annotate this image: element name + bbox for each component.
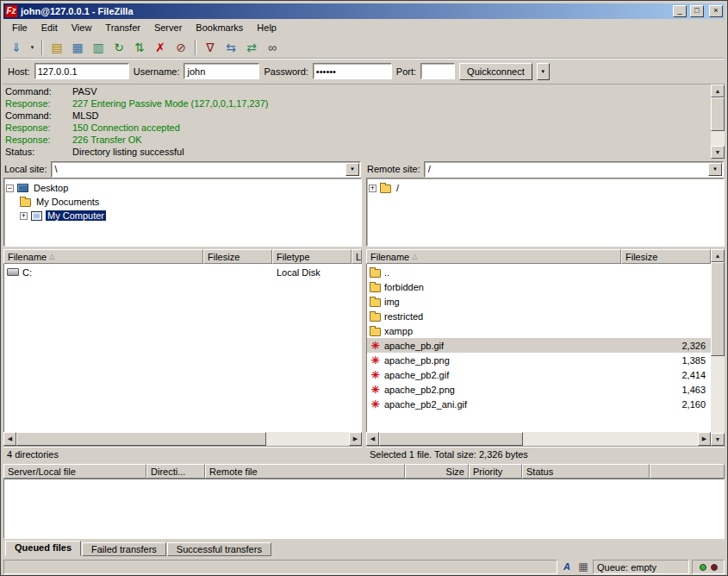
- collapse-icon[interactable]: −: [6, 185, 14, 192]
- tree-item-desktop[interactable]: − Desktop: [6, 181, 359, 195]
- statusbar-main-panel: [3, 560, 557, 574]
- tree-item-my-documents[interactable]: My Documents: [6, 195, 359, 209]
- sort-ascending-icon: △: [412, 253, 417, 260]
- scrollbar-thumb[interactable]: [379, 432, 523, 446]
- scrollbar-thumb[interactable]: [16, 432, 266, 446]
- message-log-panel: Command:PASV Response:227 Entering Passi…: [3, 85, 725, 159]
- chevron-down-icon[interactable]: ▼: [345, 163, 359, 176]
- menu-view[interactable]: View: [65, 21, 99, 34]
- image-file-icon: ✳: [370, 385, 381, 395]
- menu-transfer[interactable]: Transfer: [98, 21, 147, 34]
- menu-file[interactable]: File: [5, 21, 34, 34]
- remote-horizontal-scrollbar[interactable]: ◀ ▶: [366, 432, 711, 446]
- scroll-right-icon[interactable]: ▶: [698, 432, 711, 446]
- scroll-up-icon[interactable]: ▲: [711, 85, 725, 97]
- scroll-left-icon[interactable]: ◀: [3, 432, 16, 446]
- site-manager-button[interactable]: ⇓: [6, 38, 27, 57]
- column-filename[interactable]: Filename△: [366, 249, 621, 264]
- file-name: apache_pb.png: [384, 355, 450, 366]
- expand-icon[interactable]: +: [20, 212, 28, 220]
- remote-file-row[interactable]: ✳apache_pb2_ani.gif 2,160: [367, 397, 711, 411]
- log-scrollbar[interactable]: ▲ ▼: [711, 85, 725, 159]
- quickconnect-dropdown-button[interactable]: ▼: [537, 63, 550, 80]
- remote-site-combobox[interactable]: / ▼: [424, 161, 724, 178]
- column-remote-file[interactable]: Remote file: [205, 464, 405, 479]
- scrollbar-track[interactable]: [711, 97, 725, 146]
- remote-file-row[interactable]: forbidden: [367, 279, 711, 294]
- remote-file-row[interactable]: img: [367, 294, 711, 309]
- scrollbar-track[interactable]: [379, 432, 698, 446]
- local-file-row[interactable]: C: Local Disk: [4, 265, 362, 279]
- menu-server[interactable]: Server: [147, 21, 189, 34]
- password-input[interactable]: [313, 63, 392, 79]
- remote-file-row[interactable]: restricted: [367, 309, 711, 323]
- column-filesize[interactable]: Filesize: [621, 249, 711, 264]
- tree-item-root[interactable]: + /: [369, 181, 722, 195]
- log-line: Response:227 Entering Passive Mode (127,…: [5, 97, 709, 110]
- filter-button[interactable]: ∇: [200, 38, 221, 57]
- remote-file-row[interactable]: ✳apache_pb2.gif 2,414: [367, 367, 711, 382]
- local-horizontal-scrollbar[interactable]: ◀ ▶: [3, 432, 362, 446]
- scroll-down-icon[interactable]: ▼: [711, 433, 725, 446]
- cancel-button[interactable]: ✗: [150, 38, 171, 57]
- column-filesize[interactable]: Filesize: [203, 249, 272, 264]
- scrollbar-track[interactable]: [711, 262, 725, 433]
- scroll-down-icon[interactable]: ▼: [711, 146, 725, 159]
- synchronized-browsing-button[interactable]: ⇄: [241, 38, 262, 57]
- column-filename[interactable]: Filename△: [3, 249, 203, 264]
- file-name: apache_pb.gif: [384, 341, 444, 351]
- tab-successful-transfers[interactable]: Successful transfers: [167, 542, 271, 556]
- quickconnect-button[interactable]: Quickconnect: [459, 63, 532, 80]
- column-priority[interactable]: Priority: [469, 464, 522, 479]
- host-input[interactable]: [34, 63, 129, 79]
- toggle-queue-view-button[interactable]: ▥: [88, 38, 109, 57]
- remote-pane: Remote site: / ▼ + / Filename△ Filesize: [366, 160, 725, 461]
- menu-help[interactable]: Help: [250, 21, 283, 34]
- column-direction[interactable]: Directi...: [146, 464, 205, 479]
- remote-vertical-scrollbar[interactable]: ▲ ▼: [711, 249, 725, 446]
- local-site-combobox[interactable]: \ ▼: [51, 161, 361, 178]
- remote-site-value: /: [425, 164, 708, 174]
- remote-file-row-selected[interactable]: ✳apache_pb.gif 2,326: [367, 338, 711, 353]
- refresh-button[interactable]: ↻: [109, 38, 129, 57]
- scroll-left-icon[interactable]: ◀: [366, 432, 379, 446]
- close-button[interactable]: ×: [709, 5, 723, 17]
- process-queue-button[interactable]: ⇅: [129, 38, 150, 57]
- column-filler: [650, 464, 725, 479]
- remote-file-row[interactable]: xampp: [367, 323, 711, 338]
- username-input[interactable]: [184, 63, 259, 79]
- maximize-button[interactable]: □: [690, 5, 704, 17]
- disconnect-button[interactable]: ⊘: [171, 38, 191, 57]
- scrollbar-thumb[interactable]: [711, 262, 725, 356]
- transfer-queue: Server/Local file Directi... Remote file…: [3, 464, 725, 556]
- column-last-modified[interactable]: L: [352, 249, 362, 264]
- scroll-right-icon[interactable]: ▶: [349, 432, 362, 446]
- column-size[interactable]: Size: [405, 464, 469, 479]
- find-files-button[interactable]: ∞: [262, 38, 283, 57]
- port-input[interactable]: [420, 63, 455, 79]
- minimize-button[interactable]: _: [673, 5, 687, 17]
- scroll-up-icon[interactable]: ▲: [711, 249, 725, 262]
- tab-failed-transfers[interactable]: Failed transfers: [82, 542, 166, 556]
- column-server-local-file[interactable]: Server/Local file: [3, 464, 146, 479]
- port-label: Port:: [396, 66, 416, 77]
- expand-icon[interactable]: +: [369, 185, 376, 192]
- tree-item-my-computer[interactable]: + My Computer: [6, 209, 359, 222]
- remote-file-row[interactable]: ..: [367, 265, 711, 279]
- scrollbar-track[interactable]: [16, 432, 349, 446]
- menu-edit[interactable]: Edit: [34, 21, 65, 34]
- scrollbar-thumb[interactable]: [711, 97, 725, 131]
- toggle-tree-view-button[interactable]: ▦: [67, 38, 88, 57]
- remote-file-row[interactable]: ✳apache_pb2.png 1,463: [367, 382, 711, 397]
- menu-bookmarks[interactable]: Bookmarks: [189, 21, 250, 34]
- site-manager-dropdown-button[interactable]: ▼: [27, 38, 38, 57]
- toggle-message-log-button[interactable]: ▤: [47, 38, 67, 57]
- tab-queued-files[interactable]: Queued files: [5, 541, 81, 556]
- column-filetype[interactable]: Filetype: [272, 249, 352, 264]
- cancel-icon: ✗: [155, 41, 165, 53]
- chevron-down-icon[interactable]: ▼: [708, 163, 722, 176]
- file-name: apache_pb2.gif: [384, 370, 449, 380]
- remote-file-row[interactable]: ✳apache_pb.png 1,385: [367, 353, 711, 367]
- compare-directories-button[interactable]: ⇆: [221, 38, 241, 57]
- column-status[interactable]: Status: [522, 464, 650, 479]
